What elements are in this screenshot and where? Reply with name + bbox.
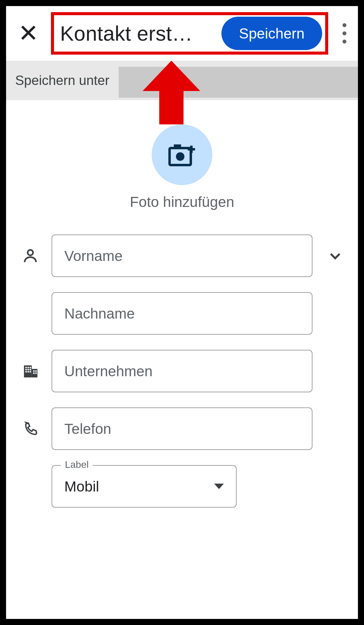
svg-rect-12 [25,369,27,370]
svg-rect-11 [30,367,31,368]
svg-rect-21 [35,373,37,374]
phone-field[interactable]: Telefon [52,407,312,450]
camera-add-icon [168,143,196,167]
svg-point-6 [28,250,33,255]
svg-rect-13 [28,369,29,370]
phone-type-select[interactable]: Mobil [52,465,237,508]
dropdown-caret-icon [214,484,224,489]
phone-row: Telefon [18,407,349,450]
save-under-label: Speichern unter [6,61,119,100]
last-name-row: Nachname [18,292,349,335]
svg-rect-15 [25,371,27,373]
annotation-highlight-box: Kontakt erst… Speichern [51,12,328,55]
company-row: Unternehmen [18,350,349,392]
save-under-account-selector[interactable] [119,67,358,98]
add-photo-label: Foto hinzufügen [130,194,234,210]
company-field[interactable]: Unternehmen [52,350,312,392]
phone-type-legend: Label [61,459,93,470]
svg-rect-16 [28,371,29,373]
first-name-field[interactable]: Vorname [52,235,312,277]
svg-point-3 [176,152,184,161]
svg-rect-17 [30,371,31,373]
close-icon[interactable]: ✕ [12,18,45,49]
phone-type-select-wrap: Label Mobil [52,465,237,508]
svg-rect-9 [25,367,27,368]
save-button[interactable]: Speichern [221,17,322,50]
svg-rect-19 [35,370,37,372]
app-bar: ✕ Kontakt erst… Speichern [6,6,358,61]
more-options-icon[interactable] [339,20,349,47]
save-under-bar: Speichern unter [6,61,358,100]
svg-rect-20 [33,373,35,374]
company-icon [18,363,42,380]
phone-type-value: Mobil [64,478,99,495]
first-name-row: Vorname [18,235,349,277]
expand-name-fields-button[interactable] [322,248,349,263]
last-name-field[interactable]: Nachname [52,292,312,335]
svg-rect-10 [28,367,29,368]
phone-icon [18,420,42,437]
contact-form: Vorname Nachname Unternehmen [6,235,358,508]
svg-rect-2 [174,144,181,149]
page-title: Kontakt erst… [60,22,221,45]
add-photo-button[interactable] [152,124,212,185]
svg-rect-14 [30,369,31,370]
photo-section: Foto hinzufügen [6,124,358,210]
phone-type-row: Label Mobil [18,465,349,508]
svg-rect-18 [33,370,35,372]
person-icon [18,247,42,264]
chevron-down-icon [328,248,343,263]
